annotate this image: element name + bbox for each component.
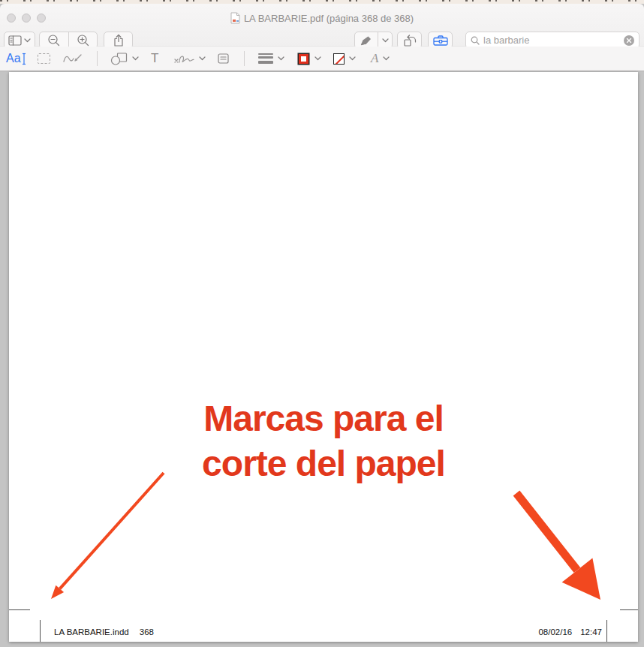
close-icon — [624, 35, 634, 46]
rectangular-selection-tool[interactable] — [38, 47, 50, 71]
search-input[interactable] — [483, 35, 624, 46]
thin-arrow-annotation — [41, 462, 173, 609]
zoom-out-icon — [47, 34, 60, 47]
crop-mark-left-vertical — [40, 620, 41, 642]
sketch-tool[interactable] — [63, 47, 83, 71]
text-cursor-icon — [21, 53, 27, 65]
crop-mark-right-horizontal — [620, 609, 638, 610]
page-footer-right: 08/02/1612:47 — [538, 627, 602, 636]
page-heading-line1: Marcas para el — [9, 401, 638, 437]
sketch-icon — [63, 53, 83, 65]
note-tool[interactable] — [218, 47, 229, 71]
line-weight-icon — [258, 53, 273, 64]
sign-tool[interactable] — [173, 47, 206, 71]
border-color-icon — [299, 54, 308, 64]
pdf-document-icon — [230, 12, 240, 24]
zoom-out-button[interactable] — [40, 32, 68, 48]
markup-toolbar: Aa T — [0, 47, 644, 71]
clear-search-button[interactable] — [624, 35, 634, 46]
chevron-down-icon — [314, 56, 321, 61]
crop-mark-right-vertical — [606, 620, 607, 642]
highlighter-button[interactable] — [355, 32, 378, 48]
rectangular-selection-icon — [38, 53, 50, 64]
text-tool-glyph: T — [151, 51, 158, 66]
shapes-tool[interactable] — [110, 47, 139, 71]
sidebar-view-icon — [8, 35, 22, 46]
document-viewport: Marcas para el corte del papel LA BARBAR… — [0, 72, 644, 647]
toolbar-divider — [244, 51, 245, 66]
footer-page-number: 368 — [140, 627, 154, 636]
note-icon — [218, 53, 229, 64]
toolbar-divider — [97, 51, 98, 66]
chevron-down-icon — [278, 56, 284, 61]
chevron-down-icon — [132, 56, 139, 61]
fill-color-tool[interactable] — [333, 47, 356, 71]
text-selection-tool[interactable]: Aa — [6, 47, 27, 71]
text-style-glyph: A — [371, 51, 378, 66]
fill-color-icon — [333, 53, 345, 65]
markup-toolbox-icon — [433, 35, 448, 46]
zoom-in-icon — [77, 34, 89, 47]
signature-icon — [173, 53, 194, 65]
text-style-tool[interactable]: A — [371, 47, 390, 71]
highlighter-icon — [360, 35, 373, 46]
search-icon — [471, 36, 480, 45]
footer-time: 12:47 — [580, 627, 602, 636]
thick-arrow-annotation — [510, 487, 608, 607]
chevron-down-icon — [24, 38, 31, 43]
share-icon — [113, 34, 124, 47]
text-tool[interactable]: T — [151, 47, 158, 71]
window-title: LA BARBARIE.pdf (página 368 de 368) — [244, 13, 414, 24]
rotate-left-icon — [403, 35, 417, 47]
crop-mark-left-horizontal — [9, 609, 30, 610]
shapes-icon — [110, 53, 128, 65]
chevron-down-icon — [382, 38, 389, 43]
window-titlebar: LA BARBARIE.pdf (página 368 de 368) — [0, 4, 644, 47]
shape-style-tool[interactable] — [258, 47, 284, 71]
chevron-down-icon — [199, 56, 206, 61]
highlighter-options-button[interactable] — [378, 32, 392, 48]
footer-filename: LA BARBARIE.indd — [54, 627, 129, 636]
border-color-tool[interactable] — [297, 47, 321, 71]
text-selection-glyph: Aa — [6, 52, 21, 65]
chevron-down-icon — [383, 56, 390, 61]
footer-date: 08/02/16 — [538, 627, 572, 636]
chevron-down-icon — [349, 56, 356, 61]
page-footer-left: LA BARBARIE.indd368 — [54, 627, 154, 636]
zoom-in-button[interactable] — [68, 32, 97, 48]
pdf-page: Marcas para el corte del papel LA BARBAR… — [9, 72, 638, 642]
